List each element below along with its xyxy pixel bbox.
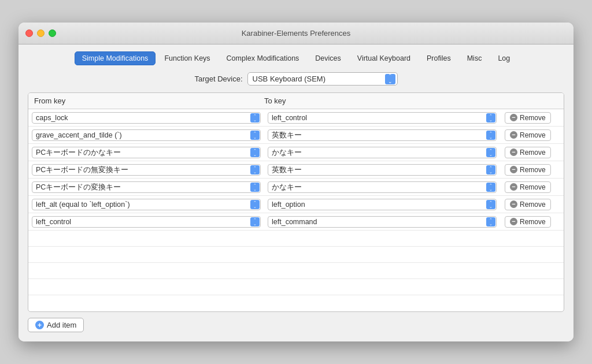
- to-key-cell: かなキー: [264, 145, 500, 160]
- to-key-select-2[interactable]: かなキー: [268, 147, 497, 158]
- maximize-button[interactable]: [49, 29, 56, 37]
- action-cell: Remove: [500, 214, 564, 229]
- tab-log[interactable]: Log: [490, 51, 517, 65]
- table-header: From key To key: [28, 93, 564, 109]
- table-row: PCキーボードの変換キー かなキー: [28, 179, 564, 196]
- tab-devices[interactable]: Devices: [308, 51, 348, 65]
- remove-button-0[interactable]: Remove: [505, 112, 551, 124]
- from-select-wrapper: left_control: [32, 216, 261, 228]
- to-key-select-1[interactable]: 英数キー: [268, 129, 497, 141]
- tab-complex-modifications[interactable]: Complex Modifications: [219, 51, 307, 65]
- table-row: left_control left_command: [28, 213, 564, 231]
- content-area: Simple Modifications Function Keys Compl…: [18, 44, 574, 341]
- to-key-select-4[interactable]: かなキー: [268, 181, 497, 193]
- remove-button-2[interactable]: Remove: [505, 147, 551, 158]
- table-row: PCキーボードの無変換キー 英数キー: [28, 161, 564, 179]
- from-key-select-2[interactable]: PCキーボードのかなキー: [32, 147, 261, 158]
- action-cell: Remove: [500, 110, 564, 125]
- action-cell: Remove: [500, 180, 564, 195]
- to-key-select-5[interactable]: left_option: [268, 199, 497, 210]
- from-select-wrapper: PCキーボードの無変換キー: [32, 164, 261, 176]
- from-key-select-3[interactable]: PCキーボードの無変換キー: [32, 164, 261, 176]
- from-key-select-0[interactable]: caps_lock: [32, 112, 261, 124]
- from-select-wrapper: left_alt (equal to `left_option`): [32, 199, 261, 210]
- main-window: Karabiner-Elements Preferences Simple Mo…: [18, 23, 574, 341]
- remove-button-4[interactable]: Remove: [505, 181, 551, 193]
- tab-simple-modifications[interactable]: Simple Modifications: [75, 51, 156, 65]
- close-button[interactable]: [25, 29, 33, 37]
- remove-icon-4: [510, 183, 517, 191]
- to-key-select-6[interactable]: left_command: [268, 216, 497, 228]
- from-select-wrapper: caps_lock: [32, 112, 261, 124]
- tab-misc[interactable]: Misc: [460, 51, 490, 65]
- target-device-select[interactable]: USB Keyboard (SEM): [247, 72, 398, 86]
- remove-label-1: Remove: [520, 131, 546, 139]
- action-cell: Remove: [500, 128, 564, 143]
- remove-icon-2: [510, 148, 517, 156]
- add-item-button[interactable]: Add item: [28, 318, 84, 332]
- to-select-wrapper: かなキー: [268, 181, 497, 193]
- to-select-wrapper: left_option: [268, 199, 497, 210]
- from-key-select-1[interactable]: grave_accent_and_tilde (`): [32, 129, 261, 141]
- from-key-cell: PCキーボードの変換キー: [28, 180, 264, 195]
- tab-bar: Simple Modifications Function Keys Compl…: [28, 51, 564, 65]
- table-row-empty: [28, 279, 564, 295]
- to-select-wrapper: left_command: [268, 216, 497, 228]
- to-select-wrapper: 英数キー: [268, 129, 497, 141]
- from-select-wrapper: PCキーボードのかなキー: [32, 147, 261, 158]
- to-select-wrapper: 英数キー: [268, 164, 497, 176]
- remove-button-3[interactable]: Remove: [505, 164, 551, 176]
- from-key-cell: PCキーボードのかなキー: [28, 145, 264, 160]
- to-key-select-0[interactable]: left_control: [268, 112, 497, 124]
- minimize-button[interactable]: [37, 29, 45, 37]
- from-key-cell: left_alt (equal to `left_option`): [28, 197, 264, 212]
- from-key-cell: grave_accent_and_tilde (`): [28, 128, 264, 143]
- tab-virtual-keyboard[interactable]: Virtual Keyboard: [350, 51, 418, 65]
- remove-label-0: Remove: [520, 114, 546, 122]
- add-icon: [35, 321, 44, 329]
- from-key-select-5[interactable]: left_alt (equal to `left_option`): [32, 199, 261, 210]
- action-cell: Remove: [500, 162, 564, 177]
- window-title: Karabiner-Elements Preferences: [242, 29, 351, 38]
- table-row-empty: [28, 263, 564, 279]
- from-key-select-6[interactable]: left_control: [32, 216, 261, 228]
- remove-button-5[interactable]: Remove: [505, 199, 551, 210]
- remove-label-5: Remove: [520, 200, 546, 209]
- to-select-wrapper: left_control: [268, 112, 497, 124]
- from-key-cell: left_control: [28, 214, 264, 229]
- to-key-select-3[interactable]: 英数キー: [268, 164, 497, 176]
- action-cell: Remove: [500, 197, 564, 212]
- remove-button-1[interactable]: Remove: [505, 129, 551, 141]
- remove-button-6[interactable]: Remove: [505, 216, 551, 228]
- add-item-label: Add item: [47, 321, 76, 329]
- target-device-select-wrapper: USB Keyboard (SEM): [247, 72, 398, 86]
- remove-label-4: Remove: [520, 183, 546, 191]
- table-row: left_alt (equal to `left_option`) left_o…: [28, 196, 564, 213]
- remove-icon-0: [510, 114, 517, 121]
- table-row-empty: [28, 231, 564, 247]
- target-device-row: Target Device: USB Keyboard (SEM): [28, 72, 564, 86]
- table-row: caps_lock left_control: [28, 109, 564, 127]
- tab-function-keys[interactable]: Function Keys: [157, 51, 217, 65]
- tab-profiles[interactable]: Profiles: [419, 51, 458, 65]
- to-key-cell: かなキー: [264, 180, 500, 195]
- table-row: PCキーボードのかなキー かなキー: [28, 144, 564, 161]
- remove-label-6: Remove: [520, 218, 546, 226]
- mappings-table: From key To key caps_lock: [28, 92, 564, 312]
- to-select-wrapper: かなキー: [268, 147, 497, 158]
- table-row: grave_accent_and_tilde (`) 英数キー: [28, 127, 564, 144]
- from-key-cell: caps_lock: [28, 110, 264, 125]
- to-key-cell: left_command: [264, 214, 500, 229]
- action-cell: Remove: [500, 145, 564, 160]
- to-key-cell: 英数キー: [264, 162, 500, 177]
- target-device-label: Target Device:: [194, 75, 242, 83]
- traffic-lights: [25, 29, 56, 37]
- to-key-header: To key: [264, 96, 494, 105]
- from-key-select-4[interactable]: PCキーボードの変換キー: [32, 181, 261, 193]
- to-key-cell: left_control: [264, 110, 500, 125]
- table-row-empty: [28, 247, 564, 263]
- to-key-cell: 英数キー: [264, 128, 500, 143]
- remove-label-2: Remove: [520, 148, 546, 157]
- remove-icon-6: [510, 218, 517, 225]
- from-key-header: From key: [34, 96, 264, 105]
